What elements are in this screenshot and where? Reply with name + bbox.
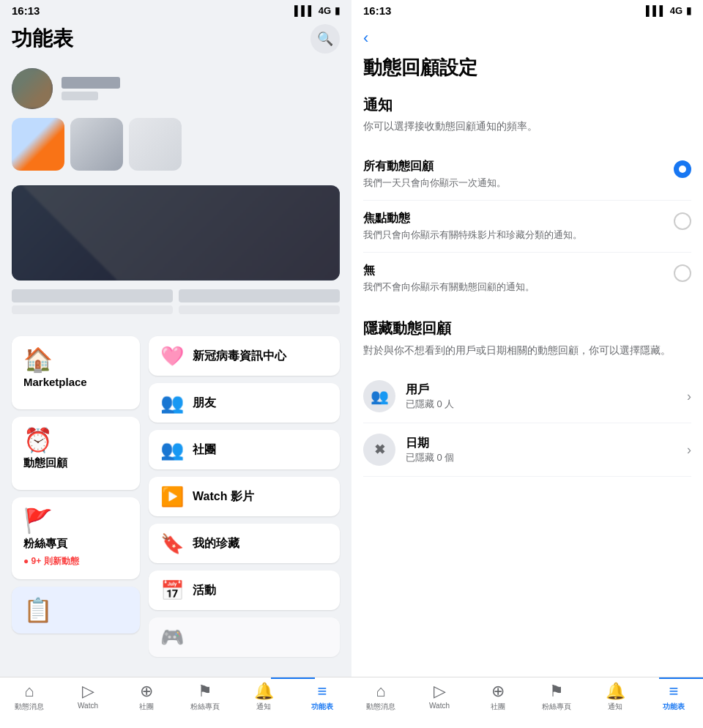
groups-label: 社團	[193, 442, 216, 458]
radio-none-circle[interactable]	[674, 264, 691, 282]
left-status-icons: ▌▌▌ 4G ▮	[294, 5, 340, 16]
banner-image	[12, 185, 340, 281]
radio-none-text: 無 我們不會向你顯示有關動態回顧的通知。	[363, 263, 674, 294]
r-nav-groups[interactable]: ⊕ 社團	[469, 683, 527, 712]
watch-label: Watch 影片	[193, 489, 254, 505]
chevron-right-icon-2: ›	[687, 442, 691, 458]
back-button[interactable]: ‹	[352, 21, 703, 55]
left-time: 16:13	[12, 4, 40, 17]
r-nav-home[interactable]: ⌂ 動態消息	[352, 683, 410, 712]
r-battery-icon: ▮	[686, 5, 691, 16]
right-page-title: 動態回顧設定	[363, 55, 691, 81]
nav-home[interactable]: ⌂ 動態消息	[0, 683, 59, 712]
r-nav-fanpage-label: 粉絲專頁	[542, 702, 571, 712]
nav-watch-icon: ▷	[82, 683, 94, 699]
search-button[interactable]: 🔍	[310, 24, 340, 53]
marketplace-card[interactable]: 🏠 Marketplace	[12, 336, 140, 409]
nav-groups-icon: ⊕	[140, 683, 153, 699]
nav-menu[interactable]: ≡ 功能表	[293, 683, 352, 712]
right-panel: 16:13 ▌▌▌ 4G ▮ ‹ 動態回顧設定 通知 你可以選擇接收動態回顧通知…	[352, 0, 703, 728]
nav-bell[interactable]: 🔔 通知	[234, 683, 293, 712]
r-nav-fanpage[interactable]: ⚑ 粉絲專頁	[527, 683, 586, 712]
r-nav-watch[interactable]: ▷ Watch	[410, 683, 469, 710]
memories-card[interactable]: ⏰ 動態回顧	[12, 417, 140, 490]
page-title: 功能表	[12, 25, 73, 53]
saved-label: 我的珍藏	[193, 536, 239, 551]
story-item[interactable]	[129, 118, 182, 171]
radio-none[interactable]: 無 我們不會向你顯示有關動態回顧的通知。	[363, 253, 691, 304]
nav-home-icon: ⌂	[24, 683, 34, 699]
radio-all-circle[interactable]	[674, 160, 691, 178]
story-item[interactable]	[70, 118, 123, 171]
story-row	[12, 118, 340, 171]
signal-icon: ▌▌▌	[294, 5, 315, 16]
nav-fanpage-icon: ⚑	[198, 683, 212, 699]
fanpage-card[interactable]: 🚩 粉絲專頁 ● 9+ 則新動態	[12, 497, 140, 579]
r-signal-icon: ▌▌▌	[646, 5, 666, 16]
nav-home-label: 動態消息	[15, 702, 44, 712]
radio-all-title: 所有動態回顧	[363, 159, 674, 174]
hide-dates-sub: 已隱藏 0 個	[406, 451, 677, 464]
radio-highlights[interactable]: 焦點動態 我們只會向你顯示有關特殊影片和珍藏分類的通知。	[363, 201, 691, 253]
nav-groups[interactable]: ⊕ 社團	[117, 683, 176, 712]
watch-card[interactable]: ▶️ Watch 影片	[149, 477, 340, 516]
nav-fanpage[interactable]: ⚑ 粉絲專頁	[176, 683, 234, 712]
search-icon: 🔍	[317, 31, 333, 47]
r-nav-home-label: 動態消息	[366, 702, 395, 712]
covid-icon: 🩷	[160, 346, 184, 365]
events-label: 活動	[193, 583, 216, 598]
right-column: 🩷 新冠病毒資訊中心 👥 朋友 👥 社團 ▶️ Watch 影片	[149, 336, 340, 657]
radio-options: 所有動態回顧 我們一天只會向你顯示一次通知。 焦點動態 我們只會向你顯示有關特殊…	[363, 149, 691, 305]
hide-dates-option[interactable]: ✖ 日期 已隱藏 0 個 ›	[363, 423, 691, 477]
battery-icon: ▮	[335, 5, 340, 16]
hide-users-option[interactable]: 👥 用戶 已隱藏 0 人 ›	[363, 370, 691, 423]
radio-all-memories[interactable]: 所有動態回顧 我們一天只會向你顯示一次通知。	[363, 149, 691, 201]
network-label: 4G	[319, 5, 331, 16]
groups-icon: 👥	[160, 440, 184, 459]
events-card[interactable]: 📅 活動	[149, 571, 340, 610]
username-block	[62, 77, 120, 100]
hide-options: 👥 用戶 已隱藏 0 人 › ✖ 日期 已隱藏 0 個 ›	[363, 370, 691, 477]
avatar[interactable]	[12, 68, 53, 109]
saved-card[interactable]: 🔖 我的珍藏	[149, 524, 340, 563]
notification-section-title: 通知	[363, 95, 691, 115]
left-column: 🏠 Marketplace ⏰ 動態回顧 🚩 粉絲專頁 ● 9+ 則新動態 📋	[12, 336, 140, 657]
left-panel: 16:13 ▌▌▌ 4G ▮ 功能表 🔍	[0, 0, 352, 728]
fanpage-badge: ● 9+ 則新動態	[23, 555, 79, 568]
extra-right-icon: 🎮	[160, 628, 184, 647]
hide-users-icon: 👥	[363, 380, 395, 412]
stat-bar	[12, 289, 173, 302]
radio-all-desc: 我們一天只會向你顯示一次通知。	[363, 177, 674, 190]
r-nav-menu[interactable]: ≡ 功能表	[644, 683, 703, 712]
stat-bar	[179, 289, 340, 302]
stat-bar-sub	[179, 305, 340, 314]
radio-highlights-title: 焦點動態	[363, 211, 674, 226]
extra-right-card[interactable]: 🎮	[149, 617, 340, 657]
story-item[interactable]	[12, 118, 64, 171]
r-nav-watch-label: Watch	[429, 702, 450, 710]
left-scroll-area: 🏠 Marketplace ⏰ 動態回顧 🚩 粉絲專頁 ● 9+ 則新動態 📋	[0, 62, 352, 728]
r-nav-watch-icon: ▷	[434, 683, 446, 699]
groups-card[interactable]: 👥 社團	[149, 430, 340, 469]
r-nav-home-icon: ⌂	[376, 683, 385, 699]
nav-watch-label: Watch	[78, 702, 98, 710]
extra-card[interactable]: 📋	[12, 587, 140, 634]
nav-bell-icon: 🔔	[254, 683, 274, 699]
hide-users-text: 用戶 已隱藏 0 人	[406, 382, 677, 411]
hide-section-desc: 對於與你不想看到的用戶或日期相關的動態回顧，你可以選擇隱藏。	[363, 343, 691, 358]
chevron-right-icon: ›	[687, 389, 691, 404]
nav-watch[interactable]: ▷ Watch	[59, 683, 117, 710]
stat-block	[12, 289, 173, 324]
right-status-bar: 16:13 ▌▌▌ 4G ▮	[352, 0, 703, 21]
saved-icon: 🔖	[160, 534, 184, 553]
radio-highlights-circle[interactable]	[674, 212, 691, 230]
friends-label: 朋友	[193, 395, 216, 411]
left-status-bar: 16:13 ▌▌▌ 4G ▮	[0, 0, 352, 21]
hide-dates-text: 日期 已隱藏 0 個	[406, 436, 677, 464]
radio-none-title: 無	[363, 263, 674, 278]
extra-icon: 📋	[23, 598, 53, 622]
friends-card[interactable]: 👥 朋友	[149, 383, 340, 423]
covid-card[interactable]: 🩷 新冠病毒資訊中心	[149, 336, 340, 376]
covid-label: 新冠病毒資訊中心	[193, 349, 286, 364]
r-nav-bell[interactable]: 🔔 通知	[586, 683, 644, 712]
